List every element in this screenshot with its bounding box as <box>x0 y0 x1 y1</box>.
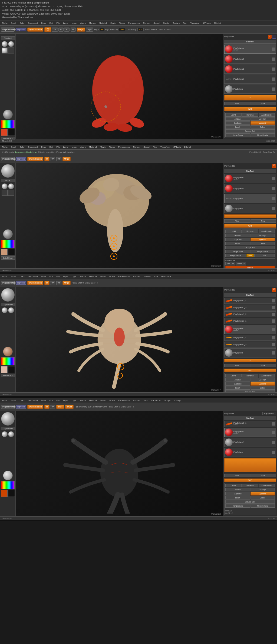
subtool-stick-6[interactable]: PolySphere2_3 <box>224 342 276 348</box>
menu3-macro[interactable]: Macro <box>79 275 87 278</box>
menu-edit[interactable]: Edit <box>49 22 54 25</box>
insert-btn-1[interactable]: Insert <box>225 125 250 129</box>
all-low-btn-4[interactable]: All Low <box>225 488 250 491</box>
menu-zscript[interactable]: ZScript <box>213 22 222 25</box>
menu-document[interactable]: Document <box>27 22 39 25</box>
menu2-tool[interactable]: Tool <box>152 146 158 149</box>
merge-down-btn-4[interactable]: MergeDown <box>225 504 250 508</box>
auto-reorder-btn-4[interactable]: AutoReorder <box>259 484 275 487</box>
menu4-transform[interactable]: Transform <box>150 399 161 402</box>
duplicate-btn-1[interactable]: Duplicate <box>225 121 250 125</box>
menu3-alpha[interactable]: Alpha <box>1 275 8 278</box>
duplicate-btn-3[interactable]: Duplicate <box>225 382 250 386</box>
menu4-preferences[interactable]: Preferences <box>117 399 131 402</box>
subtool-eye-f4-4[interactable] <box>272 451 275 454</box>
menu2-document[interactable]: Document <box>27 146 39 149</box>
material-preview-1[interactable] <box>3 110 13 119</box>
viewport-3[interactable]: 00:00:47 <box>16 287 223 392</box>
subtool-eye-ps2b[interactable] <box>272 187 275 190</box>
mrgb-button[interactable]: Mrgb <box>77 28 85 32</box>
subtool-item-ps3[interactable]: PolySphere3 SPix 3 <box>224 174 276 183</box>
duplicate-btn-4[interactable]: Duplicate <box>225 492 250 495</box>
menu4-layer[interactable]: Layer <box>62 399 69 402</box>
menu2-picker[interactable]: Picker <box>108 146 116 149</box>
append-btn-1[interactable]: Append <box>250 121 275 125</box>
menu4-draw[interactable]: Draw <box>40 399 47 402</box>
menu4-light[interactable]: Light <box>71 399 77 402</box>
menu2-zplugin[interactable]: ZPlugin <box>173 146 182 149</box>
menu2-alpha[interactable]: Alpha <box>1 146 8 149</box>
flow-btn-2[interactable]: Flow <box>224 219 250 223</box>
add-subtool-button-3[interactable]: + <box>224 359 276 362</box>
foreground-color-4[interactable] <box>1 490 8 497</box>
all-high-btn-3[interactable]: All High <box>250 378 275 382</box>
foreground-color-2[interactable] <box>1 249 8 255</box>
gradient-swatch-3[interactable] <box>1 357 15 365</box>
move-brush-btn[interactable]: Move <box>1 179 15 182</box>
duplicate-btn-2[interactable]: Duplicate <box>225 238 250 241</box>
list-all-btn-2[interactable]: List All <box>225 230 242 233</box>
time-btn-2[interactable]: Time <box>250 219 276 223</box>
subtool-eye-f4-1[interactable] <box>272 422 275 426</box>
menu3-edit[interactable]: Edit <box>49 275 54 278</box>
menu-zplugin[interactable]: ZPlugin <box>202 22 211 25</box>
subtool-item-f4-2[interactable]: PolySphere2 Active <box>224 428 276 437</box>
menu3-material[interactable]: Material <box>88 275 97 278</box>
subtool-item-polysphere2[interactable]: PolySphere2 <box>224 65 276 74</box>
standard-btn[interactable]: Standard <box>1 36 15 40</box>
lightbox-btn-3[interactable]: LightBox <box>16 281 26 285</box>
weld-btn-1[interactable]: W/Z <box>224 107 276 111</box>
merge-down-btn-1[interactable]: MergeDown <box>225 133 250 137</box>
brush-preview-3[interactable] <box>1 288 15 302</box>
background-color-4[interactable] <box>8 490 15 497</box>
gradient-swatch-2[interactable] <box>1 240 15 248</box>
lightbox-button[interactable]: LightBox <box>16 28 26 31</box>
background-color-2[interactable] <box>8 249 15 255</box>
menu2-material[interactable]: Material <box>88 146 97 149</box>
subtool-item-psc[interactable]: PolySphere <box>224 348 276 358</box>
subtool-stick-5[interactable]: PolySphere2_4 <box>224 335 276 341</box>
delete-btn-3[interactable]: Delete <box>250 386 275 390</box>
groups-split-btn-2[interactable]: Groups Split <box>225 246 275 249</box>
menu2-macro[interactable]: Macro <box>79 146 87 149</box>
menu-stroke[interactable]: Stroke <box>162 22 170 25</box>
menu2-color[interactable]: Color <box>19 146 25 149</box>
menu-picker[interactable]: Picker <box>118 22 126 25</box>
brush-preview-4[interactable] <box>1 412 15 426</box>
switch-color-btn-2[interactable]: SwitchColor <box>1 256 15 260</box>
weld-btn-2[interactable]: W/Z <box>224 224 276 228</box>
menu4-material[interactable]: Material <box>88 399 97 402</box>
menu2-transform[interactable]: Transform <box>160 146 171 149</box>
append-btn-2[interactable]: Append <box>250 238 275 241</box>
viewport-1[interactable]: 00:00:05 <box>16 34 223 139</box>
menu3-brush[interactable]: Brush <box>10 275 17 278</box>
draw-mode-button[interactable]: Q <box>44 27 51 32</box>
menu3-picker[interactable]: Picker <box>108 275 116 278</box>
menu4-movie[interactable]: Movie <box>99 399 106 402</box>
quick-sketch-btn-3[interactable]: Quick Sketch <box>27 281 43 285</box>
draw-btn-3[interactable]: Q <box>44 281 49 285</box>
menu-texture[interactable]: Texture <box>172 22 180 25</box>
menu-brush[interactable]: Brush <box>10 22 17 25</box>
edit-button[interactable]: W <box>52 28 58 32</box>
menu3-transform[interactable]: Transform <box>160 275 172 278</box>
subtool-item-ps2c[interactable]: PolySphere2 Active <box>224 325 276 334</box>
m-btn-2[interactable]: M <box>56 157 61 161</box>
subtool-eye-1[interactable] <box>272 77 275 81</box>
stick-eye-2[interactable] <box>272 306 275 309</box>
quick-sketch-btn-2[interactable]: Quick Sketch <box>27 157 43 161</box>
scale-button[interactable]: R <box>64 28 70 32</box>
menu-color[interactable]: Color <box>19 22 25 25</box>
menu4-brush[interactable]: Brush <box>10 399 17 402</box>
subtool-eye-psc[interactable] <box>272 351 275 355</box>
flow-btn-4[interactable]: Flow <box>224 474 250 477</box>
quick-sketch-button[interactable]: Quick Sketch <box>27 28 43 32</box>
menu-render[interactable]: Render <box>142 22 151 25</box>
material-preview-2[interactable] <box>3 229 13 239</box>
viewport-2[interactable]: 00:00:32 <box>16 163 223 268</box>
time-btn-4[interactable]: Time <box>250 474 276 477</box>
time-btn-3[interactable]: Time <box>250 364 276 367</box>
all-high-btn-1[interactable]: All High <box>250 117 275 121</box>
edit-btn-4[interactable]: W <box>50 405 55 409</box>
menu2-stencil[interactable]: Stencil <box>143 146 151 149</box>
